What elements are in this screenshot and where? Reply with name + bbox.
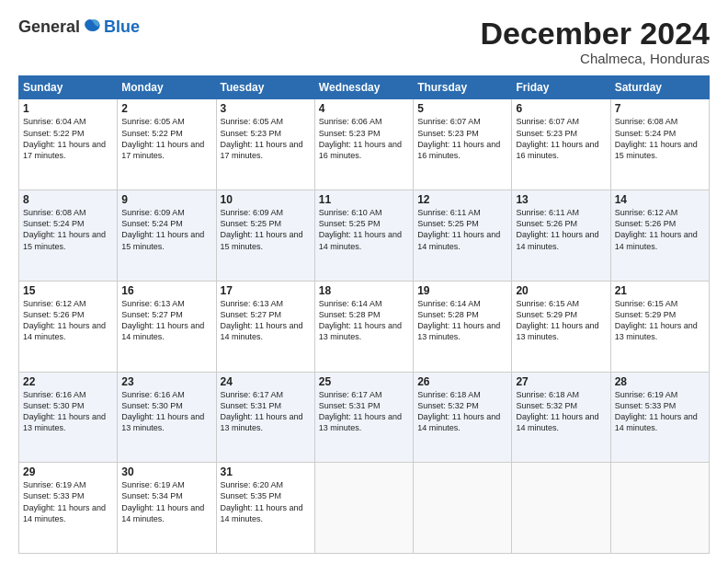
day-number: 7: [615, 102, 705, 115]
day-number: 9: [121, 193, 211, 206]
day-info: Sunrise: 6:19 AMSunset: 5:33 PMDaylight:…: [23, 479, 113, 524]
calendar-cell: 23Sunrise: 6:16 AMSunset: 5:30 PMDayligh…: [118, 372, 216, 463]
calendar-cell: 10Sunrise: 6:09 AMSunset: 5:25 PMDayligh…: [216, 190, 314, 282]
day-number: 1: [23, 102, 113, 115]
day-number: 18: [319, 284, 409, 297]
day-number: 2: [121, 102, 211, 115]
calendar-cell: 1Sunrise: 6:04 AMSunset: 5:22 PMDaylight…: [19, 99, 118, 190]
calendar-cell: 6Sunrise: 6:07 AMSunset: 5:23 PMDaylight…: [512, 99, 610, 190]
calendar-cell: 22Sunrise: 6:16 AMSunset: 5:30 PMDayligh…: [19, 372, 118, 463]
day-number: 28: [615, 375, 705, 388]
day-header-tuesday: Tuesday: [216, 76, 314, 99]
calendar-cell: 13Sunrise: 6:11 AMSunset: 5:26 PMDayligh…: [512, 190, 610, 282]
day-number: 17: [221, 284, 311, 297]
day-info: Sunrise: 6:09 AMSunset: 5:25 PMDaylight:…: [221, 207, 311, 252]
day-info: Sunrise: 6:19 AMSunset: 5:34 PMDaylight:…: [121, 479, 211, 524]
day-header-friday: Friday: [512, 76, 610, 99]
day-info: Sunrise: 6:13 AMSunset: 5:27 PMDaylight:…: [221, 298, 311, 343]
day-number: 20: [516, 284, 606, 297]
day-info: Sunrise: 6:08 AMSunset: 5:24 PMDaylight:…: [23, 207, 113, 252]
calendar-cell: [610, 463, 709, 554]
calendar-cell: 2Sunrise: 6:05 AMSunset: 5:22 PMDaylight…: [118, 99, 216, 190]
calendar-cell: 26Sunrise: 6:18 AMSunset: 5:32 PMDayligh…: [414, 372, 512, 463]
day-number: 29: [23, 465, 113, 478]
calendar-week-row: 15Sunrise: 6:12 AMSunset: 5:26 PMDayligh…: [19, 281, 710, 372]
day-header-wednesday: Wednesday: [314, 76, 413, 99]
calendar-cell: 31Sunrise: 6:20 AMSunset: 5:35 PMDayligh…: [216, 463, 314, 554]
day-number: 30: [121, 465, 211, 478]
calendar-cell: 4Sunrise: 6:06 AMSunset: 5:23 PMDaylight…: [314, 99, 413, 190]
calendar-cell: 16Sunrise: 6:13 AMSunset: 5:27 PMDayligh…: [118, 281, 216, 372]
day-info: Sunrise: 6:06 AMSunset: 5:23 PMDaylight:…: [319, 116, 409, 161]
month-title: December 2024: [480, 17, 710, 51]
day-info: Sunrise: 6:15 AMSunset: 5:29 PMDaylight:…: [615, 298, 705, 343]
day-info: Sunrise: 6:07 AMSunset: 5:23 PMDaylight:…: [417, 116, 507, 161]
day-header-thursday: Thursday: [414, 76, 512, 99]
day-number: 6: [516, 102, 606, 115]
day-info: Sunrise: 6:09 AMSunset: 5:24 PMDaylight:…: [121, 207, 211, 252]
day-info: Sunrise: 6:18 AMSunset: 5:32 PMDaylight:…: [417, 389, 507, 434]
day-number: 14: [615, 193, 705, 206]
day-info: Sunrise: 6:16 AMSunset: 5:30 PMDaylight:…: [121, 389, 211, 434]
day-number: 13: [516, 193, 606, 206]
calendar-cell: 15Sunrise: 6:12 AMSunset: 5:26 PMDayligh…: [19, 281, 118, 372]
day-number: 25: [319, 375, 409, 388]
calendar-cell: [512, 463, 610, 554]
calendar-cell: 19Sunrise: 6:14 AMSunset: 5:28 PMDayligh…: [414, 281, 512, 372]
calendar-cell: [414, 463, 512, 554]
calendar-cell: 28Sunrise: 6:19 AMSunset: 5:33 PMDayligh…: [610, 372, 709, 463]
day-info: Sunrise: 6:14 AMSunset: 5:28 PMDaylight:…: [319, 298, 409, 343]
calendar-cell: 5Sunrise: 6:07 AMSunset: 5:23 PMDaylight…: [414, 99, 512, 190]
calendar-week-row: 29Sunrise: 6:19 AMSunset: 5:33 PMDayligh…: [19, 463, 710, 554]
day-info: Sunrise: 6:05 AMSunset: 5:23 PMDaylight:…: [221, 116, 311, 161]
day-info: Sunrise: 6:08 AMSunset: 5:24 PMDaylight:…: [615, 116, 705, 161]
calendar-cell: 11Sunrise: 6:10 AMSunset: 5:25 PMDayligh…: [314, 190, 413, 282]
location: Chalmeca, Honduras: [480, 51, 710, 66]
day-header-sunday: Sunday: [19, 76, 118, 99]
day-number: 27: [516, 375, 606, 388]
day-info: Sunrise: 6:18 AMSunset: 5:32 PMDaylight:…: [516, 389, 606, 434]
title-section: December 2024 Chalmeca, Honduras: [480, 17, 710, 66]
day-number: 8: [23, 193, 113, 206]
day-header-saturday: Saturday: [610, 76, 709, 99]
calendar-week-row: 1Sunrise: 6:04 AMSunset: 5:22 PMDaylight…: [19, 99, 710, 190]
day-info: Sunrise: 6:17 AMSunset: 5:31 PMDaylight:…: [319, 389, 409, 434]
day-number: 19: [417, 284, 507, 297]
calendar-header-row: SundayMondayTuesdayWednesdayThursdayFrid…: [19, 76, 710, 99]
day-number: 22: [23, 375, 113, 388]
day-info: Sunrise: 6:17 AMSunset: 5:31 PMDaylight:…: [221, 389, 311, 434]
day-number: 12: [417, 193, 507, 206]
day-info: Sunrise: 6:12 AMSunset: 5:26 PMDaylight:…: [23, 298, 113, 343]
day-number: 26: [417, 375, 507, 388]
calendar-week-row: 22Sunrise: 6:16 AMSunset: 5:30 PMDayligh…: [19, 372, 710, 463]
day-number: 31: [221, 465, 311, 478]
calendar-cell: 14Sunrise: 6:12 AMSunset: 5:26 PMDayligh…: [610, 190, 709, 282]
calendar-cell: 18Sunrise: 6:14 AMSunset: 5:28 PMDayligh…: [314, 281, 413, 372]
logo: General Blue: [18, 17, 140, 37]
page: General Blue December 2024 Chalmeca, Hon…: [0, 0, 728, 563]
day-info: Sunrise: 6:10 AMSunset: 5:25 PMDaylight:…: [319, 207, 409, 252]
day-number: 24: [221, 375, 311, 388]
calendar-cell: [314, 463, 413, 554]
day-info: Sunrise: 6:07 AMSunset: 5:23 PMDaylight:…: [516, 116, 606, 161]
day-number: 15: [23, 284, 113, 297]
day-number: 11: [319, 193, 409, 206]
day-number: 23: [121, 375, 211, 388]
day-info: Sunrise: 6:14 AMSunset: 5:28 PMDaylight:…: [417, 298, 507, 343]
calendar-table: SundayMondayTuesdayWednesdayThursdayFrid…: [18, 75, 710, 554]
day-number: 4: [319, 102, 409, 115]
day-info: Sunrise: 6:05 AMSunset: 5:22 PMDaylight:…: [121, 116, 211, 161]
calendar-cell: 7Sunrise: 6:08 AMSunset: 5:24 PMDaylight…: [610, 99, 709, 190]
calendar-cell: 20Sunrise: 6:15 AMSunset: 5:29 PMDayligh…: [512, 281, 610, 372]
calendar-cell: 17Sunrise: 6:13 AMSunset: 5:27 PMDayligh…: [216, 281, 314, 372]
calendar-week-row: 8Sunrise: 6:08 AMSunset: 5:24 PMDaylight…: [19, 190, 710, 282]
calendar-cell: 30Sunrise: 6:19 AMSunset: 5:34 PMDayligh…: [118, 463, 216, 554]
day-number: 21: [615, 284, 705, 297]
calendar-cell: 24Sunrise: 6:17 AMSunset: 5:31 PMDayligh…: [216, 372, 314, 463]
logo-bird-icon: [82, 17, 102, 37]
day-info: Sunrise: 6:04 AMSunset: 5:22 PMDaylight:…: [23, 116, 113, 161]
calendar-cell: 25Sunrise: 6:17 AMSunset: 5:31 PMDayligh…: [314, 372, 413, 463]
calendar-cell: 29Sunrise: 6:19 AMSunset: 5:33 PMDayligh…: [19, 463, 118, 554]
day-info: Sunrise: 6:19 AMSunset: 5:33 PMDaylight:…: [615, 389, 705, 434]
day-info: Sunrise: 6:13 AMSunset: 5:27 PMDaylight:…: [121, 298, 211, 343]
